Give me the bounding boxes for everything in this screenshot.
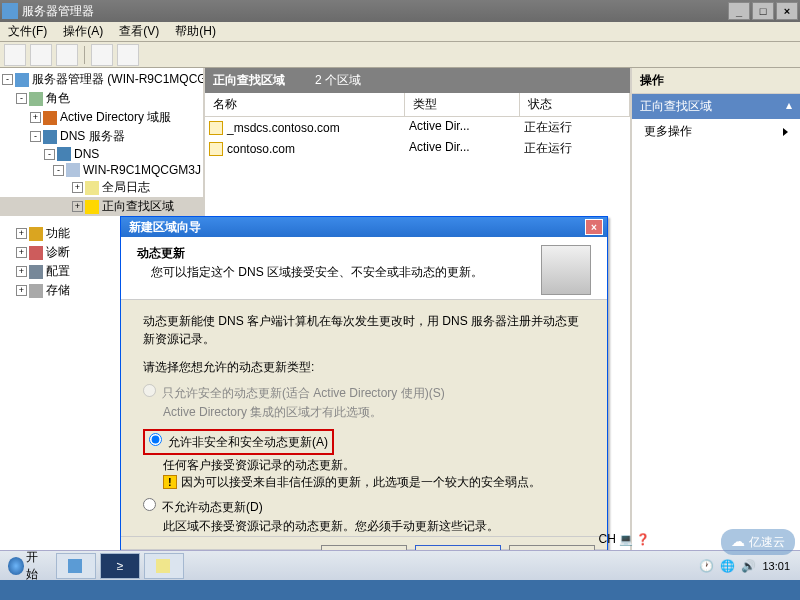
folder-icon — [85, 200, 99, 214]
chevron-up-icon[interactable]: ▴ — [786, 98, 792, 115]
menu-help[interactable]: 帮助(H) — [167, 23, 224, 40]
tree-global-log[interactable]: +全局日志 — [0, 178, 203, 197]
col-name[interactable]: 名称 — [205, 93, 405, 116]
toolbar — [0, 42, 800, 68]
expand-icon[interactable]: + — [72, 182, 83, 193]
option-no-dynamic: 不允许动态更新(D) — [143, 498, 585, 516]
expand-icon[interactable]: + — [16, 285, 27, 296]
expand-icon[interactable]: + — [16, 228, 27, 239]
language-badge[interactable]: CH 💻 ❓ — [599, 532, 650, 546]
minimize-button[interactable]: _ — [728, 2, 750, 20]
actions-section: 正向查找区域▴ — [632, 94, 800, 119]
list-item[interactable]: contoso.com Active Dir... 正在运行 — [205, 138, 630, 159]
radio-secure-only — [143, 384, 156, 397]
list-title: 正向查找区域 — [213, 72, 285, 89]
radio-nonsecure[interactable] — [149, 433, 162, 446]
menu-view[interactable]: 查看(V) — [111, 23, 167, 40]
col-type[interactable]: 类型 — [405, 93, 520, 116]
toolbar-refresh-icon[interactable] — [91, 44, 113, 66]
expand-icon[interactable]: + — [72, 201, 83, 212]
config-icon — [29, 265, 43, 279]
option-nonsecure: 允许非安全和安全动态更新(A) — [143, 429, 585, 455]
dialog-body: 动态更新能使 DNS 客户端计算机在每次发生更改时，用 DNS 服务器注册并动态… — [121, 300, 607, 543]
option-nonsecure-desc1: 任何客户接受资源记录的动态更新。 — [143, 457, 585, 474]
tree-host[interactable]: -WIN-R9C1MQCGM3J — [0, 162, 203, 178]
option-secure-only: 只允许安全的动态更新(适合 Active Directory 使用)(S) — [143, 384, 585, 402]
zone-icon — [209, 142, 223, 156]
tray-icon[interactable]: 🕐 — [699, 559, 714, 573]
menu-action[interactable]: 操作(A) — [55, 23, 111, 40]
collapse-icon[interactable]: - — [2, 74, 13, 85]
tray-volume-icon[interactable]: 🔊 — [741, 559, 756, 573]
watermark: ☁ 亿速云 — [721, 529, 795, 555]
collapse-icon[interactable]: - — [16, 93, 27, 104]
dialog-close-button[interactable]: × — [585, 219, 603, 235]
toolbar-up-icon[interactable] — [56, 44, 78, 66]
list-count: 2 个区域 — [315, 72, 361, 89]
server-image-icon — [541, 245, 591, 295]
toolbar-help-icon[interactable] — [117, 44, 139, 66]
app-icon — [2, 3, 18, 19]
tray-network-icon[interactable]: 🌐 — [720, 559, 735, 573]
option-no-dynamic-desc: 此区域不接受资源记录的动态更新。您必须手动更新这些记录。 — [143, 518, 585, 535]
tree-forward-zone[interactable]: +正向查找区域 — [0, 197, 203, 216]
computer-icon — [66, 163, 80, 177]
menu-file[interactable]: 文件(F) — [0, 23, 55, 40]
expand-icon[interactable]: + — [30, 112, 41, 123]
task-explorer[interactable] — [144, 553, 184, 579]
dialog-subheader: 动态更新 您可以指定这个 DNS 区域接受安全、不安全或非动态的更新。 — [121, 237, 607, 300]
dialog-subdesc: 您可以指定这个 DNS 区域接受安全、不安全或非动态的更新。 — [137, 264, 541, 281]
taskbar: 开始 ≥ 🕐 🌐 🔊 13:01 — [0, 550, 800, 580]
start-button[interactable]: 开始 — [4, 553, 52, 579]
option-secure-desc: Active Directory 集成的区域才有此选项。 — [143, 404, 585, 421]
collapse-icon[interactable]: - — [30, 131, 41, 142]
storage-icon — [29, 284, 43, 298]
dialog-titlebar: 新建区域向导 × — [121, 217, 607, 237]
warning-icon — [163, 475, 177, 489]
tree-dns-server[interactable]: -DNS 服务器 — [0, 127, 203, 146]
server-icon — [15, 73, 29, 87]
collapse-icon[interactable]: - — [44, 149, 55, 160]
diag-icon — [29, 246, 43, 260]
actions-header: 操作 — [632, 68, 800, 94]
col-status[interactable]: 状态 — [520, 93, 630, 116]
chevron-right-icon — [783, 128, 788, 136]
log-icon — [85, 181, 99, 195]
roles-icon — [29, 92, 43, 106]
expand-icon[interactable]: + — [16, 247, 27, 258]
ad-icon — [43, 111, 57, 125]
toolbar-forward-icon[interactable] — [30, 44, 52, 66]
list-header: 正向查找区域 2 个区域 — [205, 68, 630, 93]
server-manager-icon — [68, 559, 82, 573]
tree-dns[interactable]: -DNS — [0, 146, 203, 162]
wizard-dialog: 新建区域向导 × 动态更新 您可以指定这个 DNS 区域接受安全、不安全或非动态… — [120, 216, 608, 576]
radio-no-dynamic[interactable] — [143, 498, 156, 511]
actions-panel: 操作 正向查找区域▴ 更多操作 — [630, 68, 800, 580]
task-server-manager[interactable] — [56, 553, 96, 579]
task-powershell[interactable]: ≥ — [100, 553, 140, 579]
explorer-icon — [156, 559, 170, 573]
expand-icon[interactable]: + — [16, 266, 27, 277]
actions-more[interactable]: 更多操作 — [632, 119, 800, 144]
zone-icon — [209, 121, 223, 135]
dialog-prompt: 请选择您想允许的动态更新类型: — [143, 358, 585, 376]
menubar: 文件(F) 操作(A) 查看(V) 帮助(H) — [0, 22, 800, 42]
tree-ad[interactable]: +Active Directory 域服 — [0, 108, 203, 127]
maximize-button[interactable]: □ — [752, 2, 774, 20]
dialog-title: 新建区域向导 — [125, 219, 585, 236]
window-title: 服务器管理器 — [22, 3, 726, 20]
list-item[interactable]: _msdcs.contoso.com Active Dir... 正在运行 — [205, 117, 630, 138]
dialog-intro: 动态更新能使 DNS 客户端计算机在每次发生更改时，用 DNS 服务器注册并动态… — [143, 312, 585, 348]
close-button[interactable]: × — [776, 2, 798, 20]
tree-root[interactable]: -服务器管理器 (WIN-R9C1MQCGM3 — [0, 70, 203, 89]
collapse-icon[interactable]: - — [53, 165, 64, 176]
toolbar-back-icon[interactable] — [4, 44, 26, 66]
titlebar: 服务器管理器 _ □ × — [0, 0, 800, 22]
tree-roles[interactable]: -角色 — [0, 89, 203, 108]
features-icon — [29, 227, 43, 241]
dns-icon — [43, 130, 57, 144]
dns-icon — [57, 147, 71, 161]
option-nonsecure-desc2: 因为可以接受来自非信任源的更新，此选项是一个较大的安全弱点。 — [143, 474, 585, 491]
column-headers: 名称 类型 状态 — [205, 93, 630, 117]
tray-clock[interactable]: 13:01 — [762, 560, 790, 572]
